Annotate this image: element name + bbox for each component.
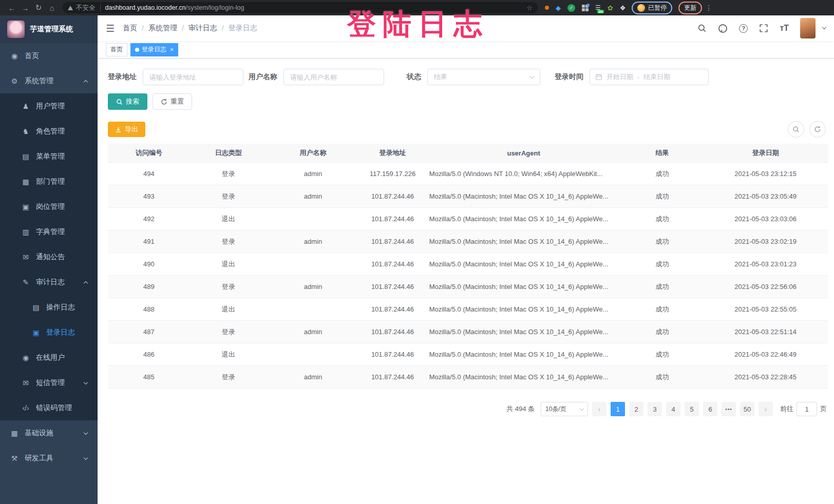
table-cell: 101.87.244.46	[359, 298, 426, 320]
export-button[interactable]: 导出	[108, 122, 145, 137]
fullscreen-icon[interactable]	[759, 24, 768, 33]
help-icon[interactable]: ?	[739, 24, 748, 33]
user-avatar[interactable]	[800, 18, 816, 38]
bookmark-star-icon[interactable]: ☆	[526, 4, 533, 12]
table-cell: 488	[108, 298, 190, 320]
status-select[interactable]: 结果	[427, 69, 540, 85]
page-button-5[interactable]: 5	[685, 402, 699, 416]
breadcrumb-item[interactable]: 系统管理	[148, 24, 177, 33]
table-cell: 491	[108, 230, 190, 253]
avatar-caret-icon[interactable]	[822, 25, 826, 29]
security-label: 不安全	[76, 4, 96, 12]
table-row[interactable]: 485登录admin101.87.244.46Mozilla/5.0 (Maci…	[108, 366, 828, 389]
login-address-input[interactable]	[143, 69, 243, 85]
sidebar-item-user[interactable]: ♟用户管理	[0, 93, 98, 119]
table-cell: 101.87.244.46	[359, 366, 426, 388]
github-icon[interactable]	[718, 24, 728, 33]
gear-icon: ⚙	[10, 77, 18, 85]
table-cell: Mozilla/5.0 (Macintosh; Intel Mac OS X 1…	[426, 253, 621, 275]
tab-active[interactable]: 登录日志×	[130, 43, 178, 56]
table-row[interactable]: 492退出101.87.244.46Mozilla/5.0 (Macintosh…	[108, 208, 828, 230]
table-row[interactable]: 493登录admin101.87.244.46Mozilla/5.0 (Maci…	[108, 185, 828, 208]
reset-button[interactable]: 重置	[153, 93, 192, 110]
table-cell: 登录	[190, 185, 267, 207]
page-button-3[interactable]: 3	[648, 402, 662, 416]
search-button[interactable]: 搜索	[108, 93, 147, 110]
url-bar[interactable]: 不安全 dashboard.yudao.iocoder.cn/system/lo…	[63, 2, 538, 13]
page-button-6[interactable]: 6	[703, 402, 717, 416]
extension-diamond-icon[interactable]: ◆	[556, 5, 561, 11]
error-code-icon: ‹/›	[22, 404, 30, 412]
breadcrumb-item[interactable]: 审计日志	[188, 24, 217, 33]
home-icon[interactable]: ⌂	[45, 4, 59, 12]
table-row[interactable]: 491登录admin101.87.244.46Mozilla/5.0 (Maci…	[108, 230, 828, 253]
extension-plant-icon[interactable]: ✿	[608, 4, 613, 12]
next-page-button[interactable]: ›	[759, 402, 773, 416]
extensions-puzzle-icon[interactable]: ❖	[620, 4, 626, 12]
tab-home[interactable]: 首页	[106, 43, 127, 56]
login-time-range-picker[interactable]: 开始日期 - 结束日期	[590, 69, 709, 85]
extension-grid-icon[interactable]	[582, 5, 589, 11]
refresh-table-button[interactable]	[809, 121, 826, 138]
goto-page-input[interactable]	[797, 402, 817, 416]
sidebar-item-notice[interactable]: ✉通知公告	[0, 244, 98, 269]
table-row[interactable]: 490退出101.87.244.46Mozilla/5.0 (Macintosh…	[108, 253, 828, 276]
reload-icon[interactable]: ↻	[32, 3, 45, 12]
browser-menu-kebab-icon[interactable]: ⋮	[705, 4, 712, 12]
forward-icon[interactable]: →	[18, 4, 32, 12]
sidebar-item-dashboard[interactable]: ◉首页	[0, 43, 98, 68]
sidebar-item-role[interactable]: ♞角色管理	[0, 119, 98, 144]
table-cell: Mozilla/5.0 (Windows NT 10.0; Win64; x64…	[426, 163, 621, 185]
sidebar-item-online-user[interactable]: ◉在线用户	[0, 345, 98, 370]
table-cell: Mozilla/5.0 (Macintosh; Intel Mac OS X 1…	[426, 276, 621, 298]
back-icon[interactable]: ←	[5, 4, 18, 12]
app-logo[interactable]: 芋道管理系统	[0, 15, 98, 43]
table-cell: 101.87.244.46	[359, 230, 426, 253]
sidebar-item-infra[interactable]: ▦基础设施	[0, 420, 98, 445]
profile-paused-pill[interactable]: 已暂停	[632, 2, 672, 14]
hamburger-icon[interactable]: ☰	[106, 23, 115, 34]
sidebar-item-dept[interactable]: ▦部门管理	[0, 169, 98, 194]
table-cell: Mozilla/5.0 (Macintosh; Intel Mac OS X 1…	[426, 321, 621, 343]
sidebar-item-menu[interactable]: ▤菜单管理	[0, 144, 98, 169]
page-ellipsis-button[interactable]: •••	[722, 402, 736, 416]
sidebar-item-dict[interactable]: ▥字典管理	[0, 219, 98, 244]
sidebar-item-label: 短信管理	[36, 378, 65, 387]
toggle-search-button[interactable]	[788, 121, 804, 138]
page-button-4[interactable]: 4	[666, 402, 680, 416]
column-header: 结果	[621, 144, 704, 162]
breadcrumb-item[interactable]: 首页	[123, 24, 137, 33]
goto-page: 前往页	[780, 402, 827, 416]
page-button-1[interactable]: 1	[611, 402, 625, 416]
page-button-2[interactable]: 2	[629, 402, 643, 416]
sidebar-item-login-log[interactable]: ▣登录日志	[0, 320, 98, 345]
sidebar-item-post[interactable]: ▣岗位管理	[0, 194, 98, 219]
table-cell: 492	[108, 208, 190, 230]
extension-donut-icon[interactable]	[545, 6, 549, 10]
close-icon[interactable]: ×	[170, 47, 174, 53]
prev-page-button[interactable]: ‹	[592, 402, 606, 416]
sidebar-item-sms[interactable]: ✉短信管理	[0, 370, 98, 395]
breadcrumb-separator: /	[222, 24, 224, 32]
table-row[interactable]: 488退出101.87.244.46Mozilla/5.0 (Macintosh…	[108, 298, 828, 321]
font-size-icon[interactable]: тT	[780, 24, 789, 33]
sidebar-item-audit-log[interactable]: ✎审计日志	[0, 269, 98, 295]
page-size-select[interactable]: 10条/页	[541, 402, 588, 416]
sidebar-item-gear[interactable]: ⚙系统管理	[0, 68, 98, 93]
username-input[interactable]	[283, 69, 384, 85]
sidebar-item-tool[interactable]: ⚒研发工具	[0, 445, 98, 471]
update-button[interactable]: 更新	[678, 2, 702, 14]
page-button-50[interactable]: 50	[740, 402, 754, 416]
extension-check-icon[interactable]: ✓	[567, 4, 575, 12]
page-size-value: 10条/页	[545, 405, 566, 414]
sidebar-item-operation-log[interactable]: ▤操作日志	[0, 295, 98, 320]
operation-log-icon: ▤	[32, 303, 40, 312]
sidebar-item-error-code[interactable]: ‹/›错误码管理	[0, 395, 98, 420]
table-row[interactable]: 487登录admin101.87.244.46Mozilla/5.0 (Maci…	[108, 321, 828, 343]
table-cell: 登录	[190, 163, 267, 185]
table-row[interactable]: 486退出101.87.244.46Mozilla/5.0 (Macintosh…	[108, 343, 828, 366]
table-row[interactable]: 489登录admin101.87.244.46Mozilla/5.0 (Maci…	[108, 276, 828, 298]
search-icon[interactable]	[697, 24, 707, 33]
table-row[interactable]: 494登录admin117.159.17.226Mozilla/5.0 (Win…	[108, 163, 828, 185]
extension-list-icon[interactable]: ☰on	[595, 4, 601, 11]
